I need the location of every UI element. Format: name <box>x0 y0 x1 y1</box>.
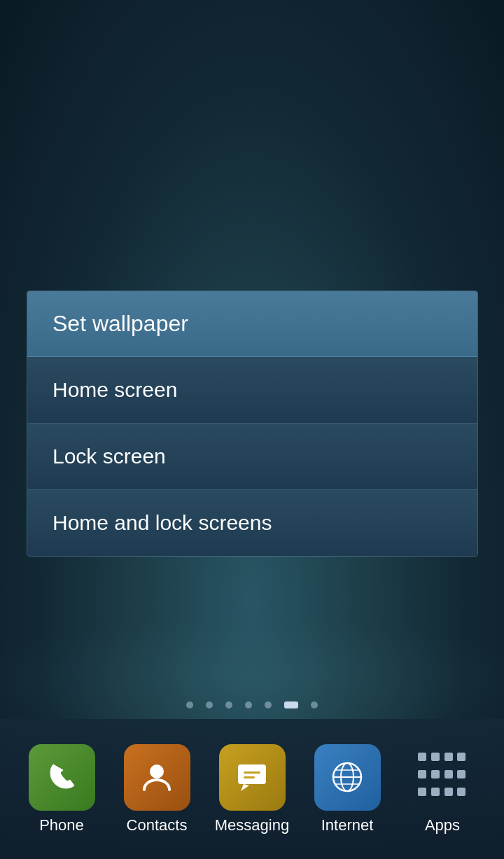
internet-icon <box>314 744 381 811</box>
page-indicators <box>0 701 504 708</box>
menu-item-home-and-lock[interactable]: Home and lock screens <box>27 490 477 556</box>
dock-item-internet[interactable]: Internet <box>305 744 389 834</box>
apps-grid-dot-11 <box>444 788 453 796</box>
apps-grid-dot-12 <box>457 788 465 796</box>
dock-item-apps[interactable]: Apps <box>400 744 484 834</box>
apps-icon <box>410 744 476 811</box>
phone-svg <box>43 759 80 795</box>
phone-label: Phone <box>39 816 84 834</box>
page-dot-6-active[interactable] <box>284 701 298 708</box>
page-dot-1[interactable] <box>186 701 193 708</box>
apps-grid-dot-1 <box>418 753 426 761</box>
menu-item-home-screen-label: Home screen <box>52 378 177 401</box>
contacts-icon <box>124 744 190 811</box>
apps-grid-dot-4 <box>457 753 465 761</box>
apps-grid <box>418 753 467 802</box>
apps-grid-dot-10 <box>431 788 440 796</box>
menu-item-lock-screen[interactable]: Lock screen <box>27 424 477 490</box>
dock-item-contacts[interactable]: Contacts <box>115 744 199 834</box>
apps-grid-dot-3 <box>444 753 453 761</box>
phone-icon <box>29 744 95 811</box>
apps-grid-dot-2 <box>431 753 440 761</box>
menu-item-home-screen[interactable]: Home screen <box>27 357 477 424</box>
page-dot-2[interactable] <box>206 701 213 708</box>
svg-rect-2 <box>244 771 260 774</box>
contacts-svg <box>139 759 175 795</box>
internet-svg <box>329 759 365 795</box>
menu-item-home-and-lock-label: Home and lock screens <box>52 511 272 534</box>
page-dot-5[interactable] <box>265 701 272 708</box>
page-dot-7[interactable] <box>311 701 318 708</box>
menu-item-lock-screen-label: Lock screen <box>52 445 166 468</box>
menu-title: Set wallpaper <box>52 311 188 336</box>
dock: Phone Contacts Messaging <box>0 719 504 859</box>
internet-label: Internet <box>321 816 374 834</box>
apps-label: Apps <box>425 816 460 834</box>
apps-grid-dot-6 <box>431 770 440 778</box>
page-dot-4[interactable] <box>245 701 252 708</box>
svg-point-0 <box>150 764 164 778</box>
messaging-label: Messaging <box>215 816 289 834</box>
messaging-icon <box>219 744 286 811</box>
context-menu: Set wallpaper Home screen Lock screen Ho… <box>27 291 478 557</box>
svg-rect-1 <box>238 764 266 784</box>
contacts-label: Contacts <box>127 816 188 834</box>
svg-rect-3 <box>244 776 255 778</box>
dock-item-phone[interactable]: Phone <box>20 744 104 834</box>
messaging-svg <box>234 759 270 795</box>
apps-grid-dot-8 <box>457 770 465 778</box>
page-dot-3[interactable] <box>225 701 232 708</box>
apps-grid-dot-5 <box>418 770 426 778</box>
dock-item-messaging[interactable]: Messaging <box>210 744 294 834</box>
apps-grid-dot-7 <box>444 770 453 778</box>
apps-grid-dot-9 <box>418 788 426 796</box>
menu-header: Set wallpaper <box>27 291 477 357</box>
